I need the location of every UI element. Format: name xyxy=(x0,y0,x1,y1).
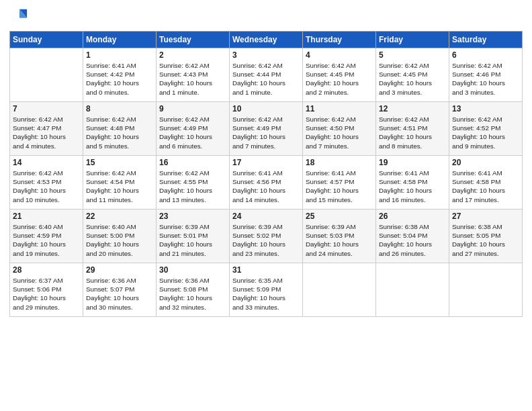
col-header-sunday: Sunday xyxy=(10,32,83,48)
calendar-table: SundayMondayTuesdayWednesdayThursdayFrid… xyxy=(9,31,523,317)
day-number: 10 xyxy=(232,104,300,113)
day-number: 5 xyxy=(379,50,446,60)
day-info: Sunrise: 6:36 AM Sunset: 5:07 PM Dayligh… xyxy=(86,276,153,312)
week-row-4: 21Sunrise: 6:40 AM Sunset: 4:59 PM Dayli… xyxy=(10,210,523,263)
calendar-cell: 8Sunrise: 6:42 AM Sunset: 4:48 PM Daylig… xyxy=(83,102,157,156)
calendar-cell: 15Sunrise: 6:42 AM Sunset: 4:54 PM Dayli… xyxy=(83,156,157,210)
day-info: Sunrise: 6:41 AM Sunset: 4:57 PM Dayligh… xyxy=(306,169,373,204)
day-number: 3 xyxy=(232,50,300,60)
day-number: 11 xyxy=(306,104,373,113)
day-number: 8 xyxy=(86,104,153,113)
day-number: 23 xyxy=(159,212,226,221)
day-info: Sunrise: 6:42 AM Sunset: 4:50 PM Dayligh… xyxy=(306,115,373,150)
calendar-cell xyxy=(10,48,83,102)
day-number: 24 xyxy=(232,212,300,221)
day-info: Sunrise: 6:41 AM Sunset: 4:58 PM Dayligh… xyxy=(379,169,446,204)
day-info: Sunrise: 6:42 AM Sunset: 4:54 PM Dayligh… xyxy=(86,169,153,204)
calendar-cell xyxy=(303,263,376,317)
day-number: 13 xyxy=(452,104,519,113)
calendar-cell: 31Sunrise: 6:35 AM Sunset: 5:09 PM Dayli… xyxy=(230,263,303,317)
week-row-3: 14Sunrise: 6:42 AM Sunset: 4:53 PM Dayli… xyxy=(10,156,523,210)
day-info: Sunrise: 6:39 AM Sunset: 5:01 PM Dayligh… xyxy=(159,222,226,258)
day-info: Sunrise: 6:42 AM Sunset: 4:46 PM Dayligh… xyxy=(452,61,519,97)
calendar-cell: 12Sunrise: 6:42 AM Sunset: 4:51 PM Dayli… xyxy=(376,102,449,156)
week-row-1: 1Sunrise: 6:41 AM Sunset: 4:42 PM Daylig… xyxy=(10,48,523,102)
calendar-cell: 4Sunrise: 6:42 AM Sunset: 4:45 PM Daylig… xyxy=(303,48,376,102)
calendar-cell: 24Sunrise: 6:39 AM Sunset: 5:02 PM Dayli… xyxy=(230,210,303,263)
day-info: Sunrise: 6:42 AM Sunset: 4:53 PM Dayligh… xyxy=(13,169,80,204)
calendar-cell: 22Sunrise: 6:40 AM Sunset: 5:00 PM Dayli… xyxy=(83,210,157,263)
day-info: Sunrise: 6:37 AM Sunset: 5:06 PM Dayligh… xyxy=(13,276,80,312)
calendar-cell: 3Sunrise: 6:42 AM Sunset: 4:44 PM Daylig… xyxy=(230,48,303,102)
day-info: Sunrise: 6:42 AM Sunset: 4:48 PM Dayligh… xyxy=(86,115,153,150)
day-info: Sunrise: 6:36 AM Sunset: 5:08 PM Dayligh… xyxy=(159,276,226,312)
day-number: 26 xyxy=(379,212,446,221)
col-header-wednesday: Wednesday xyxy=(230,32,303,48)
day-info: Sunrise: 6:38 AM Sunset: 5:04 PM Dayligh… xyxy=(379,222,446,258)
calendar-cell: 16Sunrise: 6:42 AM Sunset: 4:55 PM Dayli… xyxy=(157,156,230,210)
calendar-cell: 19Sunrise: 6:41 AM Sunset: 4:58 PM Dayli… xyxy=(376,156,449,210)
calendar-cell: 18Sunrise: 6:41 AM Sunset: 4:57 PM Dayli… xyxy=(303,156,376,210)
calendar-cell: 13Sunrise: 6:42 AM Sunset: 4:52 PM Dayli… xyxy=(449,102,523,156)
calendar-cell: 7Sunrise: 6:42 AM Sunset: 4:47 PM Daylig… xyxy=(10,102,83,156)
week-row-2: 7Sunrise: 6:42 AM Sunset: 4:47 PM Daylig… xyxy=(10,102,523,156)
day-number: 2 xyxy=(159,50,226,60)
calendar-cell xyxy=(376,263,449,317)
calendar-cell: 9Sunrise: 6:42 AM Sunset: 4:49 PM Daylig… xyxy=(157,102,230,156)
day-number: 17 xyxy=(232,158,300,167)
day-number: 21 xyxy=(13,212,80,221)
day-info: Sunrise: 6:40 AM Sunset: 4:59 PM Dayligh… xyxy=(13,222,80,258)
calendar-cell: 14Sunrise: 6:42 AM Sunset: 4:53 PM Dayli… xyxy=(10,156,83,210)
day-number: 14 xyxy=(13,158,80,167)
day-number: 12 xyxy=(379,104,446,113)
day-number: 30 xyxy=(159,265,226,275)
day-info: Sunrise: 6:42 AM Sunset: 4:52 PM Dayligh… xyxy=(452,115,519,150)
day-info: Sunrise: 6:41 AM Sunset: 4:56 PM Dayligh… xyxy=(232,169,300,204)
day-info: Sunrise: 6:38 AM Sunset: 5:05 PM Dayligh… xyxy=(452,222,519,258)
calendar-cell: 21Sunrise: 6:40 AM Sunset: 4:59 PM Dayli… xyxy=(10,210,83,263)
day-number: 22 xyxy=(86,212,153,221)
col-header-saturday: Saturday xyxy=(449,32,523,48)
day-number: 16 xyxy=(159,158,226,167)
day-info: Sunrise: 6:40 AM Sunset: 5:00 PM Dayligh… xyxy=(86,222,153,258)
day-number: 9 xyxy=(159,104,226,113)
day-info: Sunrise: 6:42 AM Sunset: 4:45 PM Dayligh… xyxy=(379,61,446,97)
day-number: 18 xyxy=(306,158,373,167)
calendar-cell: 30Sunrise: 6:36 AM Sunset: 5:08 PM Dayli… xyxy=(157,263,230,317)
day-number: 7 xyxy=(13,104,80,113)
calendar-cell: 17Sunrise: 6:41 AM Sunset: 4:56 PM Dayli… xyxy=(230,156,303,210)
day-info: Sunrise: 6:42 AM Sunset: 4:45 PM Dayligh… xyxy=(306,61,373,97)
calendar-cell: 11Sunrise: 6:42 AM Sunset: 4:50 PM Dayli… xyxy=(303,102,376,156)
calendar-cell: 27Sunrise: 6:38 AM Sunset: 5:05 PM Dayli… xyxy=(449,210,523,263)
calendar-cell: 20Sunrise: 6:41 AM Sunset: 4:58 PM Dayli… xyxy=(449,156,523,210)
day-info: Sunrise: 6:42 AM Sunset: 4:51 PM Dayligh… xyxy=(379,115,446,150)
day-info: Sunrise: 6:42 AM Sunset: 4:43 PM Dayligh… xyxy=(159,61,226,97)
day-info: Sunrise: 6:42 AM Sunset: 4:49 PM Dayligh… xyxy=(232,115,300,150)
logo xyxy=(9,7,31,26)
day-number: 28 xyxy=(13,265,80,275)
day-number: 1 xyxy=(86,50,153,60)
col-header-tuesday: Tuesday xyxy=(157,32,230,48)
day-info: Sunrise: 6:41 AM Sunset: 4:58 PM Dayligh… xyxy=(452,169,519,204)
day-info: Sunrise: 6:42 AM Sunset: 4:47 PM Dayligh… xyxy=(13,115,80,150)
day-number: 31 xyxy=(232,265,300,275)
day-number: 6 xyxy=(452,50,519,60)
day-info: Sunrise: 6:35 AM Sunset: 5:09 PM Dayligh… xyxy=(232,276,300,312)
day-number: 25 xyxy=(306,212,373,221)
calendar-cell: 23Sunrise: 6:39 AM Sunset: 5:01 PM Dayli… xyxy=(157,210,230,263)
calendar-cell: 5Sunrise: 6:42 AM Sunset: 4:45 PM Daylig… xyxy=(376,48,449,102)
calendar-cell: 26Sunrise: 6:38 AM Sunset: 5:04 PM Dayli… xyxy=(376,210,449,263)
week-row-5: 28Sunrise: 6:37 AM Sunset: 5:06 PM Dayli… xyxy=(10,263,523,317)
day-number: 4 xyxy=(306,50,373,60)
calendar-cell: 10Sunrise: 6:42 AM Sunset: 4:49 PM Dayli… xyxy=(230,102,303,156)
calendar-cell xyxy=(449,263,523,317)
calendar-cell: 2Sunrise: 6:42 AM Sunset: 4:43 PM Daylig… xyxy=(157,48,230,102)
calendar-cell: 25Sunrise: 6:39 AM Sunset: 5:03 PM Dayli… xyxy=(303,210,376,263)
day-number: 20 xyxy=(452,158,519,167)
day-info: Sunrise: 6:42 AM Sunset: 4:55 PM Dayligh… xyxy=(159,169,226,204)
day-number: 29 xyxy=(86,265,153,275)
header xyxy=(9,7,523,26)
day-number: 27 xyxy=(452,212,519,221)
calendar-cell: 28Sunrise: 6:37 AM Sunset: 5:06 PM Dayli… xyxy=(10,263,83,317)
calendar-cell: 29Sunrise: 6:36 AM Sunset: 5:07 PM Dayli… xyxy=(83,263,157,317)
